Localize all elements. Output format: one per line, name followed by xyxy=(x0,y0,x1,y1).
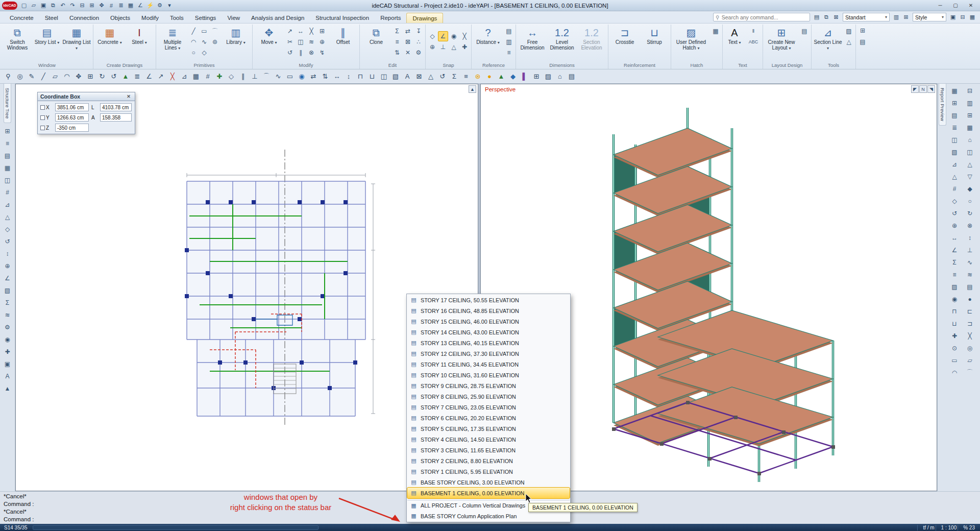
ribbon-button[interactable]: ▥ Library ▾ xyxy=(221,25,251,59)
ribbon-small-icon[interactable]: ▦ xyxy=(710,26,721,36)
minimize-button[interactable]: ─ xyxy=(933,1,947,10)
close-icon[interactable]: ✕ xyxy=(125,94,132,99)
panel-icon[interactable]: ⊿ xyxy=(2,199,14,210)
ribbon-button[interactable]: ? Distance ▾ xyxy=(473,25,503,59)
panel-icon[interactable]: ∠ xyxy=(948,244,961,256)
ribbon-tab[interactable]: Settings xyxy=(189,13,222,23)
ribbon-tab[interactable]: Reports xyxy=(375,13,406,23)
toolbar-icon[interactable]: ↺ xyxy=(437,71,448,82)
ribbon-small-icon[interactable]: Ⅱ xyxy=(746,26,761,36)
panel-icon[interactable]: ≋ xyxy=(964,269,976,280)
view-orientation-button[interactable]: N xyxy=(919,85,927,93)
panel-icon[interactable]: ▨ xyxy=(948,281,961,293)
ribbon-button[interactable]: ✥ Move ▾ xyxy=(254,25,284,59)
panel-icon[interactable]: ∠ xyxy=(2,272,14,284)
ribbon-small-icon[interactable]: ⊠ xyxy=(403,37,413,47)
ribbon-tab[interactable]: Concrete xyxy=(4,13,39,23)
panel-icon[interactable]: ▤ xyxy=(2,150,14,161)
y-lock-checkbox[interactable] xyxy=(40,115,45,120)
toolbar-icon[interactable]: ∠ xyxy=(143,71,155,82)
ribbon-small-icon[interactable]: △ xyxy=(844,37,854,47)
panel-icon[interactable]: ◠ xyxy=(948,367,961,378)
ribbon-button[interactable]: ⊞ Create New Layout ▾ xyxy=(765,25,798,59)
panel-icon[interactable]: △ xyxy=(948,171,961,182)
ribbon-small-icon[interactable]: ∥ xyxy=(296,47,306,58)
ribbon-button[interactable]: ⊿ Section Line ▾ xyxy=(813,25,843,59)
command-search[interactable]: ⚲ xyxy=(713,13,810,21)
view-orientation-button[interactable]: ◥ xyxy=(927,85,935,93)
ribbon-tab[interactable]: Tools xyxy=(164,13,189,23)
quick-access-icon[interactable]: ✥ xyxy=(97,1,106,10)
viewport-collapse-button[interactable]: ▲ xyxy=(469,85,476,93)
quick-access-icon[interactable]: ↶ xyxy=(58,1,67,10)
ribbon-small-icon[interactable]: ✕ xyxy=(403,47,413,58)
ribbon-button[interactable]: ⧉ Clone ▾ xyxy=(361,25,391,59)
ribbon-small-icon[interactable]: ○ xyxy=(188,47,199,58)
panel-icon[interactable]: ● xyxy=(964,293,976,305)
panel-icon[interactable]: ╳ xyxy=(964,330,976,342)
ribbon-small-icon[interactable]: ╱ xyxy=(188,26,199,36)
panel-icon[interactable]: ⊥ xyxy=(964,244,976,256)
ribbon-button[interactable]: 1.2 Level Dimension ▾ xyxy=(547,25,577,59)
toolbar-icon[interactable]: ↻ xyxy=(96,71,108,82)
ribbon-small-icon[interactable]: ∿ xyxy=(199,37,209,47)
toolbar-icon[interactable]: ⊿ xyxy=(179,71,190,82)
ribbon-small-icon[interactable]: ∠ xyxy=(438,31,448,41)
panel-icon[interactable]: ↻ xyxy=(964,207,976,219)
toolbar-icon[interactable]: ✥ xyxy=(73,71,84,82)
ribbon-small-icon[interactable]: ⊕ xyxy=(317,37,327,47)
ribbon-tab[interactable]: Structural Inspection xyxy=(310,13,375,23)
panel-icon[interactable]: ◇ xyxy=(948,195,961,207)
toolbar-icon[interactable]: ◎ xyxy=(14,71,26,82)
panel-icon[interactable]: ▧ xyxy=(948,146,961,158)
panel-icon[interactable]: ◫ xyxy=(948,134,961,146)
ribbon-small-icon[interactable]: ↔ xyxy=(296,26,306,36)
panel-icon[interactable]: ▤ xyxy=(948,109,961,121)
ribbon-small-icon[interactable]: ↯ xyxy=(317,47,327,58)
ribbon-small-icon[interactable]: ≡ xyxy=(504,47,514,58)
panel-icon[interactable]: ⊓ xyxy=(948,305,961,317)
panel-icon[interactable]: ▦ xyxy=(964,122,976,133)
panel-icon[interactable]: # xyxy=(948,183,961,195)
ribbon-small-icon[interactable]: Σ xyxy=(392,26,402,36)
ribbon-button[interactable]: ▨ User Defined Hatch ▾ xyxy=(673,25,709,59)
toolbar-icon[interactable]: ↗ xyxy=(155,71,166,82)
panel-icon[interactable]: ↕ xyxy=(964,232,976,244)
ribbon-button[interactable]: Ⅰ Steel ▾ xyxy=(125,25,154,59)
panel-icon[interactable]: ⊿ xyxy=(948,158,961,170)
toolbar-icon[interactable]: ⊓ xyxy=(355,71,366,82)
panel-icon[interactable]: ▦ xyxy=(2,162,14,174)
panel-icon[interactable]: ⊙ xyxy=(948,342,961,354)
ribbon-small-icon[interactable]: ⊞ xyxy=(857,26,868,36)
toolbar-icon[interactable]: ⊥ xyxy=(249,71,260,82)
toolbar-icon[interactable]: ∿ xyxy=(273,71,284,82)
toolbar-icon[interactable]: ◉ xyxy=(296,71,307,82)
ribbon-tab[interactable]: Drawings xyxy=(406,13,443,23)
quick-access-icon[interactable]: ⚡ xyxy=(145,1,155,10)
story-menu-item[interactable]: ▤ STORY 11 CEILING, 34.45 ELEVATION xyxy=(407,359,570,370)
ribbon-tab[interactable]: Modify xyxy=(136,13,164,23)
story-menu-item[interactable]: ▤ STORY 6 CEILING, 20.20 ELEVATION xyxy=(407,413,570,423)
story-menu-item[interactable]: ▤ STORY 3 CEILING, 11.65 ELEVATION xyxy=(407,445,570,455)
panel-icon[interactable]: ▭ xyxy=(948,354,961,366)
panel-icon[interactable]: ▲ xyxy=(2,382,14,394)
panel-icon[interactable]: ⌂ xyxy=(964,134,976,146)
toolbar-mini-icon[interactable]: ⧉ xyxy=(822,13,831,21)
story-menu-item[interactable]: ▤ STORY 10 CEILING, 31.60 ELEVATION xyxy=(407,370,570,380)
length-field[interactable]: 4103.78 cm xyxy=(100,103,132,111)
ribbon-small-icon[interactable]: ABC xyxy=(746,37,761,47)
panel-icon[interactable]: ▧ xyxy=(2,284,14,296)
panel-icon[interactable]: ◉ xyxy=(2,333,14,345)
ribbon-small-icon[interactable]: ✂ xyxy=(285,37,295,47)
panel-icon[interactable]: ▽ xyxy=(964,171,976,182)
panel-icon[interactable]: ◆ xyxy=(964,183,976,195)
toolbar-icon[interactable]: ⌒ xyxy=(261,71,272,82)
panel-icon[interactable]: ◫ xyxy=(2,174,14,186)
panel-icon[interactable]: ⊞ xyxy=(964,109,976,121)
ribbon-small-icon[interactable]: ╳ xyxy=(459,31,470,41)
quick-access-icon[interactable]: ▢ xyxy=(19,1,29,10)
quick-access-icon[interactable]: ↷ xyxy=(68,1,77,10)
ribbon-small-icon[interactable]: ◠ xyxy=(188,37,199,47)
toolbar-mini-icon[interactable]: ▥ xyxy=(892,13,901,21)
toolbar-icon[interactable]: ≡ xyxy=(460,71,472,82)
